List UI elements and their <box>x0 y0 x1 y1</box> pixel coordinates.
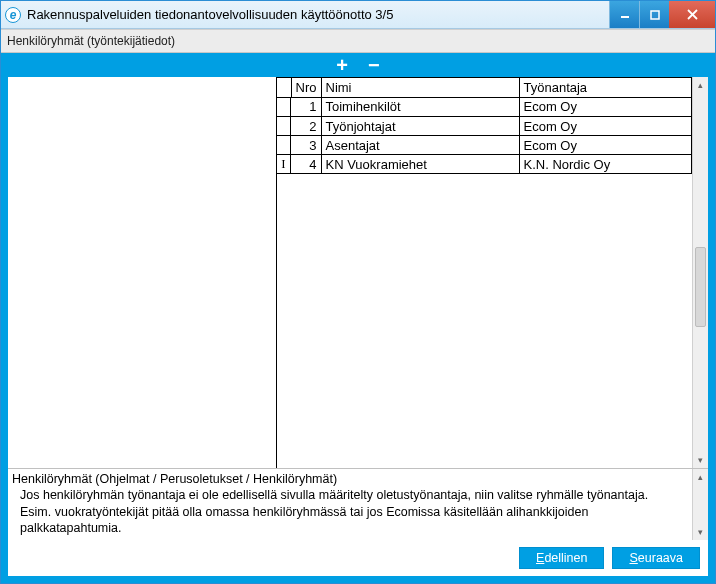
cell-nimi[interactable]: KN Vuokramiehet <box>321 155 519 174</box>
col-header-tyonantaja[interactable]: Työnantaja <box>519 78 692 97</box>
previous-button[interactable]: Edellinen <box>519 547 604 569</box>
cell-tyonantaja[interactable]: Ecom Oy <box>519 136 692 155</box>
app-icon: e <box>5 7 21 23</box>
col-header-nro[interactable]: Nro <box>291 78 321 97</box>
grid-vertical-scrollbar[interactable]: ▴ ▾ <box>692 77 708 468</box>
data-grid[interactable]: Nro Nimi Työnantaja 1 Toimihenkilöt Ecom… <box>276 77 692 468</box>
row-marker <box>277 117 291 136</box>
close-icon <box>687 9 698 20</box>
scroll-down-icon[interactable]: ▾ <box>693 452 708 468</box>
cell-tyonantaja[interactable]: K.N. Nordic Oy <box>519 155 692 174</box>
info-panel: Henkilöryhmät (Ohjelmat / Perusoletukset… <box>8 468 708 540</box>
scroll-down-icon[interactable]: ▾ <box>693 524 708 540</box>
col-header-nimi[interactable]: Nimi <box>321 78 519 97</box>
grid-toolbar: + − <box>8 53 708 77</box>
titlebar[interactable]: e Rakennuspalveluiden tiedonantovelvolli… <box>1 1 715 29</box>
remove-button[interactable]: − <box>368 55 380 75</box>
mnemonic: S <box>629 551 637 565</box>
add-button[interactable]: + <box>336 55 348 75</box>
wizard-button-bar: Edellinen Seuraava <box>8 540 708 576</box>
minimize-button[interactable] <box>609 1 639 28</box>
info-line: Esim. vuokratyöntekijät pitää olla omass… <box>12 504 688 537</box>
info-vertical-scrollbar[interactable]: ▴ ▾ <box>692 469 708 540</box>
cell-nimi[interactable]: Toimihenkilöt <box>321 97 519 117</box>
cell-nro[interactable]: 4 <box>291 155 321 174</box>
cell-nimi[interactable]: Työnjohtajat <box>321 117 519 136</box>
minimize-icon <box>620 10 630 20</box>
wizard-window: e Rakennuspalveluiden tiedonantovelvolli… <box>0 0 716 584</box>
cell-nimi[interactable]: Asentajat <box>321 136 519 155</box>
button-label-rest: dellinen <box>544 551 587 565</box>
row-marker-header <box>277 78 291 97</box>
svg-rect-1 <box>651 11 659 19</box>
maximize-icon <box>650 10 660 20</box>
cell-nro[interactable]: 3 <box>291 136 321 155</box>
info-line: Jos henkilöryhmän työnantaja ei ole edel… <box>12 487 688 503</box>
table-row[interactable]: 2 Työnjohtajat Ecom Oy <box>277 117 692 136</box>
scroll-thumb[interactable] <box>695 247 706 327</box>
cell-nro[interactable]: 2 <box>291 117 321 136</box>
maximize-button[interactable] <box>639 1 669 28</box>
table-row[interactable]: I 4 KN Vuokramiehet K.N. Nordic Oy <box>277 155 692 174</box>
grid-area: Nro Nimi Työnantaja 1 Toimihenkilöt Ecom… <box>276 77 708 468</box>
header-row: Nro Nimi Työnantaja <box>277 78 692 97</box>
cell-tyonantaja[interactable]: Ecom Oy <box>519 97 692 117</box>
left-panel <box>8 77 276 468</box>
content-area: + − Nro Nimi Työnantaja <box>1 53 715 583</box>
scroll-up-icon[interactable]: ▴ <box>693 469 708 485</box>
info-text: Henkilöryhmät (Ohjelmat / Perusoletukset… <box>8 469 692 540</box>
cell-nro[interactable]: 1 <box>291 97 321 117</box>
row-marker-active: I <box>277 155 291 174</box>
table-row[interactable]: 3 Asentajat Ecom Oy <box>277 136 692 155</box>
window-title: Rakennuspalveluiden tiedonantovelvollisu… <box>27 7 609 22</box>
table-row[interactable]: 1 Toimihenkilöt Ecom Oy <box>277 97 692 117</box>
row-marker <box>277 136 291 155</box>
panel-header: Henkilöryhmät (työntekijätiedot) <box>1 29 715 53</box>
info-title: Henkilöryhmät (Ohjelmat / Perusoletukset… <box>12 471 688 487</box>
cell-tyonantaja[interactable]: Ecom Oy <box>519 117 692 136</box>
grid-container: Nro Nimi Työnantaja 1 Toimihenkilöt Ecom… <box>8 77 708 468</box>
scroll-up-icon[interactable]: ▴ <box>693 77 708 93</box>
button-label-rest: euraava <box>638 551 683 565</box>
close-button[interactable] <box>669 1 715 28</box>
row-marker <box>277 98 291 117</box>
window-controls <box>609 1 715 28</box>
next-button[interactable]: Seuraava <box>612 547 700 569</box>
